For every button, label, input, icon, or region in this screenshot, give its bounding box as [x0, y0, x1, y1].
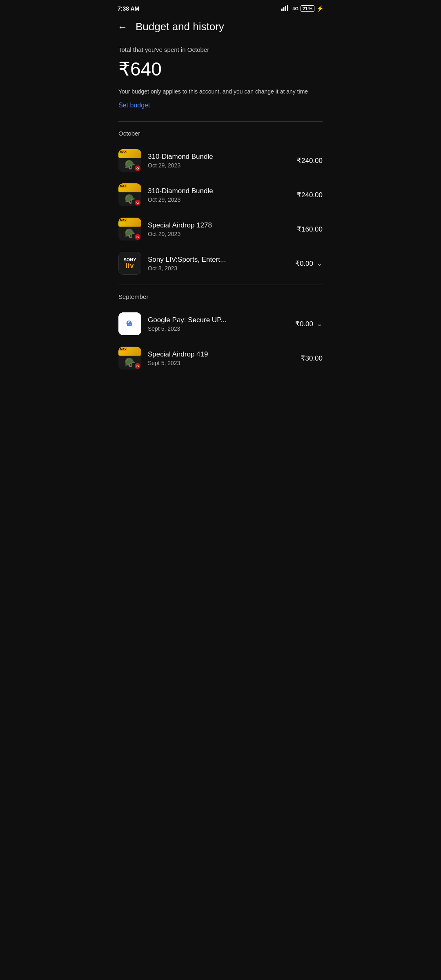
app-icon-sonyliv: SONY liv: [118, 252, 141, 275]
charging-icon: ⚡: [316, 5, 323, 12]
svg-rect-0: [281, 9, 283, 11]
transaction-info: Special Airdrop 419 Sept 5, 2023: [148, 350, 294, 366]
transaction-date: Oct 29, 2023: [148, 196, 290, 203]
transaction-name: Sony LIV:Sports, Entert...: [148, 256, 289, 264]
transaction-date: Oct 8, 2023: [148, 265, 289, 272]
battery-icon: 21%: [301, 5, 314, 12]
transaction-item[interactable]: G Google Pay: Secure UP... Sept 5, 2023 …: [118, 307, 323, 341]
app-icon-freefire: MAX 🪖 G: [118, 218, 141, 241]
divider: [118, 121, 323, 122]
transaction-info: 310-Diamond Bundle Oct 29, 2023: [148, 187, 290, 203]
freefire-icon: 🪖: [125, 357, 136, 368]
freefire-icon: 🪖: [125, 194, 136, 205]
section-october: October MAX 🪖 G 310-Diamond Bundle Oct 2…: [118, 130, 323, 281]
back-button[interactable]: ←: [118, 21, 127, 33]
transaction-date: Sept 5, 2023: [148, 360, 294, 366]
transaction-name: Google Pay: Secure UP...: [148, 316, 289, 324]
transaction-info: Sony LIV:Sports, Entert... Oct 8, 2023: [148, 256, 289, 272]
transaction-name: Special Airdrop 1278: [148, 221, 290, 229]
svg-rect-3: [287, 5, 288, 11]
signal-icon: [281, 5, 290, 12]
transaction-right: ₹30.00: [301, 354, 323, 363]
transaction-amount: ₹0.00: [295, 259, 313, 268]
transaction-name: Special Airdrop 419: [148, 350, 294, 359]
transaction-date: Oct 29, 2023: [148, 231, 290, 237]
network-type: 4G: [292, 6, 298, 11]
transaction-right: ₹0.00 ⌄: [295, 259, 323, 268]
budget-note: Your budget only applies to this account…: [118, 87, 323, 96]
transaction-right: ₹240.00: [297, 156, 323, 165]
transaction-amount: ₹160.00: [297, 225, 323, 234]
transaction-date: Oct 29, 2023: [148, 162, 290, 169]
freefire-icon: 🪖: [125, 228, 136, 239]
transaction-amount: ₹240.00: [297, 156, 323, 165]
transaction-item[interactable]: MAX 🪖 G Special Airdrop 1278 Oct 29, 202…: [118, 212, 323, 246]
svg-rect-2: [285, 6, 286, 11]
transaction-info: 310-Diamond Bundle Oct 29, 2023: [148, 153, 290, 169]
total-amount: ₹640: [118, 58, 323, 80]
section-header-september: September: [118, 293, 323, 300]
status-bar: 7:38 AM 4G 21% ⚡: [110, 0, 331, 16]
app-icon-googlepay: G: [118, 312, 141, 335]
transaction-amount: ₹0.00: [295, 320, 313, 328]
set-budget-link[interactable]: Set budget: [118, 102, 150, 109]
freefire-icon: 🪖: [125, 160, 136, 170]
svg-rect-1: [283, 7, 285, 11]
transaction-amount: ₹240.00: [297, 191, 323, 199]
page-title: Budget and history: [136, 20, 323, 33]
section-header-october: October: [118, 130, 323, 137]
transaction-right: ₹240.00: [297, 191, 323, 199]
svg-text:G: G: [126, 319, 132, 327]
transaction-info: Special Airdrop 1278 Oct 29, 2023: [148, 221, 290, 237]
transaction-right: ₹160.00: [297, 225, 323, 234]
app-icon-freefire: MAX 🪖 G: [118, 347, 141, 370]
transaction-item[interactable]: MAX 🪖 G 310-Diamond Bundle Oct 29, 2023 …: [118, 178, 323, 212]
transaction-name: 310-Diamond Bundle: [148, 187, 290, 195]
chevron-down-icon[interactable]: ⌄: [316, 259, 323, 268]
transaction-date: Sept 5, 2023: [148, 325, 289, 332]
app-icon-freefire: MAX 🪖 G: [118, 149, 141, 172]
transaction-item[interactable]: SONY liv Sony LIV:Sports, Entert... Oct …: [118, 246, 323, 281]
transaction-name: 310-Diamond Bundle: [148, 153, 290, 161]
app-icon-freefire: MAX 🪖 G: [118, 183, 141, 206]
transaction-item[interactable]: MAX 🪖 G Special Airdrop 419 Sept 5, 2023…: [118, 341, 323, 375]
top-bar: ← Budget and history: [110, 16, 331, 40]
status-right: 4G 21% ⚡: [281, 5, 323, 12]
status-time: 7:38 AM: [118, 5, 139, 12]
summary-subtitle: Total that you've spent in October: [118, 46, 323, 53]
main-content: Total that you've spent in October ₹640 …: [110, 40, 331, 382]
transaction-right: ₹0.00 ⌄: [295, 319, 323, 328]
transaction-item[interactable]: MAX 🪖 G 310-Diamond Bundle Oct 29, 2023 …: [118, 143, 323, 178]
transaction-amount: ₹30.00: [301, 354, 323, 363]
chevron-down-icon[interactable]: ⌄: [316, 319, 323, 328]
section-divider: [118, 285, 323, 285]
section-september: September G Google Pay: Secure UP... Sep…: [118, 293, 323, 375]
transaction-info: Google Pay: Secure UP... Sept 5, 2023: [148, 316, 289, 332]
